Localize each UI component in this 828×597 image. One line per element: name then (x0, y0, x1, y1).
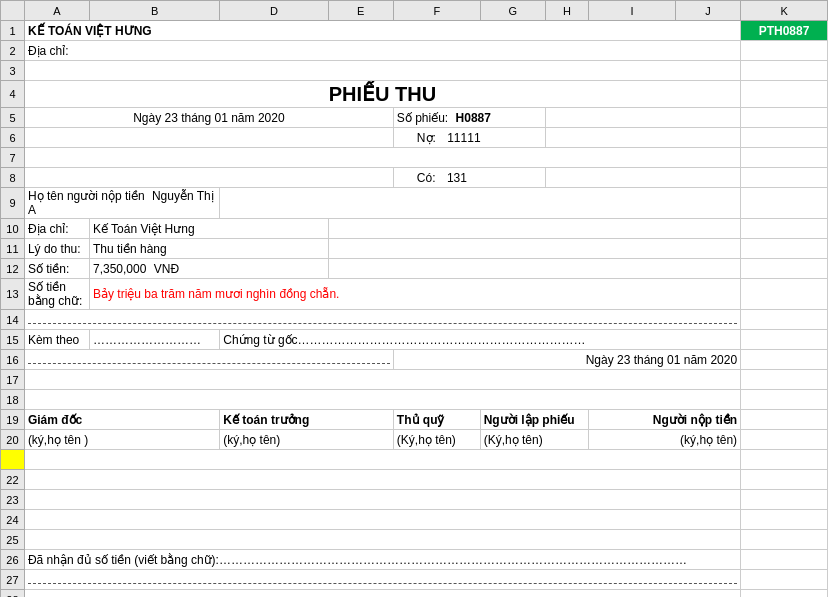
row-25: 25 (1, 530, 828, 550)
row-10: 10 Địa chỉ: Kế Toán Việt Hưng (1, 219, 828, 239)
so-tien-chu-value: Bảy triệu ba trăm năm mươi nghìn đồng ch… (89, 279, 740, 310)
row-8: 8 Có: 131 (1, 168, 828, 188)
row-22: 22 (1, 470, 828, 490)
row-28: 28 (1, 590, 828, 598)
row-15: 15 Kèm theo ……………………… Chứng từ gốc………………… (1, 330, 828, 350)
row-20: 20 (ký,họ tên ) (ký,họ tên) (Ký,họ tên) … (1, 430, 828, 450)
row-18: 18 (1, 390, 828, 410)
so-phieu-label: Số phiếu: (397, 111, 448, 125)
da-nhan-label: Đã nhận đủ số tiền (viết bằng chữ):……………… (24, 550, 740, 570)
co-value: 131 (447, 171, 467, 185)
nguoi-nop-tien-title: Người nộp tiền (589, 410, 741, 430)
col-header-h: H (545, 1, 588, 21)
thu-quy-title: Thủ quỹ (393, 410, 480, 430)
row-23: 23 (1, 490, 828, 510)
row-17: 17 (1, 370, 828, 390)
row-7: 7 (1, 148, 828, 168)
row-1: 1 KẾ TOÁN VIỆT HƯNG PTH0887 (1, 21, 828, 41)
row-3: 3 (1, 61, 828, 81)
row-12: 12 Số tiền: 7,350,000 VNĐ (1, 259, 828, 279)
date-bottom: Ngày 23 tháng 01 năm 2020 (393, 350, 740, 370)
col-header-g: G (480, 1, 545, 21)
ly-do-label: Lý do thu: (28, 242, 81, 256)
so-tien-chu-label: Số tiền bằng chữ: (28, 280, 82, 308)
row-16: 16 Ngày 23 tháng 01 năm 2020 (1, 350, 828, 370)
company-name: KẾ TOÁN VIỆT HƯNG (24, 21, 740, 41)
kem-theo-label: Kèm theo (28, 333, 79, 347)
chung-tu-goc: Chứng từ gốc……………………………………………………………… (223, 333, 585, 347)
ky1: (ký,họ tên ) (24, 430, 219, 450)
col-header-a: A (24, 1, 89, 21)
row-5: 5 Ngày 23 tháng 01 năm 2020 Số phiếu: H0… (1, 108, 828, 128)
row-6: 6 Nợ: 11111 (1, 128, 828, 148)
document-id: PTH0887 (741, 21, 828, 41)
corner-cell (1, 1, 25, 21)
dia-chi-value: Kế Toán Việt Hưng (93, 222, 195, 236)
col-header-k: K (741, 1, 828, 21)
ky4: (Ký,họ tên) (480, 430, 589, 450)
spreadsheet: A B D E F G H I J K 1 KẾ TOÁN VIỆT HƯNG … (0, 0, 828, 597)
nguoi-lap-phieu-title: Người lập phiếu (480, 410, 589, 430)
ho-ten-label: Họ tên người nộp tiền (28, 189, 145, 203)
row-19: 19 Giám đốc Kế toán trưởng Thủ quỹ Người… (1, 410, 828, 430)
so-phieu-value: H0887 (456, 111, 491, 125)
row-21 (1, 450, 828, 470)
col-header-b: B (89, 1, 219, 21)
ly-do-value: Thu tiền hàng (93, 242, 167, 256)
col-header-i: I (589, 1, 676, 21)
no-value: 11111 (447, 131, 480, 145)
row-2: 2 Địa chỉ: (1, 41, 828, 61)
co-label: Có: (417, 171, 436, 185)
phieu-thu-title: PHIẾU THU (24, 81, 740, 108)
dia-chi-label: Địa chỉ: (28, 222, 69, 236)
row-14: 14 (1, 310, 828, 330)
ky3: (Ký,họ tên) (393, 430, 480, 450)
so-tien-value: 7,350,000 (93, 262, 146, 276)
row-24: 24 (1, 510, 828, 530)
col-header-e: E (328, 1, 393, 21)
row-26: 26 Đã nhận đủ số tiền (viết bằng chữ):……… (1, 550, 828, 570)
row-4: 4 PHIẾU THU (1, 81, 828, 108)
address-label: Địa chỉ: (24, 41, 740, 61)
date-line: Ngày 23 tháng 01 năm 2020 (24, 108, 393, 128)
vnd: VNĐ (154, 262, 179, 276)
col-header-j: J (675, 1, 740, 21)
row-9: 9 Họ tên người nộp tiền Nguyễn Thị A (1, 188, 828, 219)
so-tien-label: Số tiền: (28, 262, 69, 276)
row-13: 13 Số tiền bằng chữ: Bảy triệu ba trăm n… (1, 279, 828, 310)
giam-doc-title: Giám đốc (24, 410, 219, 430)
no-label: Nợ: (417, 131, 436, 145)
row-27: 27 (1, 570, 828, 590)
col-header-f: F (393, 1, 480, 21)
ky2: (ký,họ tên) (220, 430, 394, 450)
col-header-d: D (220, 1, 329, 21)
row-11: 11 Lý do thu: Thu tiền hàng (1, 239, 828, 259)
ky5: (ký,họ tên) (589, 430, 741, 450)
ke-toan-truong-title: Kế toán trưởng (220, 410, 394, 430)
